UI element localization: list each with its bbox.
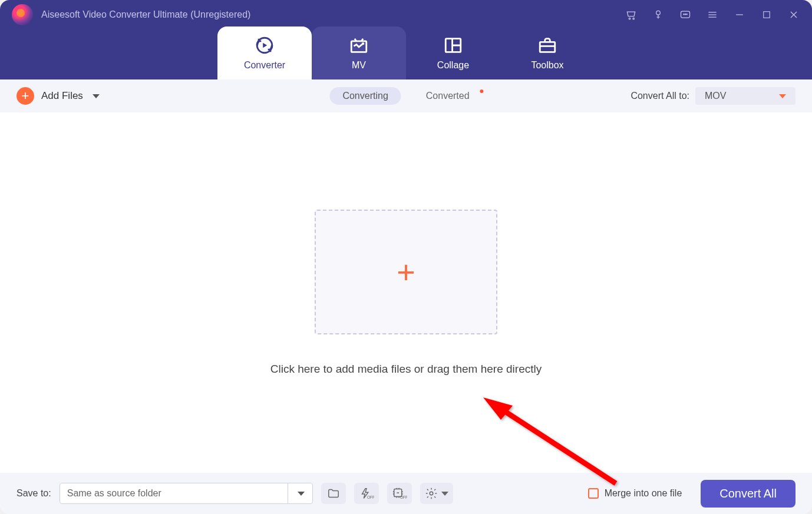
plus-icon: + [16,87,34,105]
svg-point-18 [430,492,433,495]
converted-label: Converted [426,91,470,101]
chevron-down-icon[interactable] [93,94,100,98]
svg-rect-7 [764,12,770,18]
svg-marker-14 [483,397,513,420]
converting-label: Converting [342,91,388,101]
svg-rect-12 [540,42,555,52]
chevron-down-icon[interactable] [288,483,312,503]
svg-point-4 [684,14,684,15]
tab-converter[interactable]: Converter [217,26,312,79]
add-files-label: Add Files [41,90,83,102]
tab-mv-label: MV [352,60,366,71]
notification-dot-icon [480,89,484,93]
merge-checkbox[interactable]: Merge into one file [588,488,682,499]
svg-text:OFF: OFF [367,495,374,499]
chevron-down-icon [779,94,786,98]
add-files-dropzone[interactable]: + [315,210,497,334]
tab-converter-label: Converter [244,60,285,71]
merge-label: Merge into one file [605,488,682,499]
output-format-value: MOV [705,91,726,101]
close-icon[interactable] [787,8,800,21]
converting-tab[interactable]: Converting [329,87,401,105]
maximize-icon[interactable] [760,8,773,21]
svg-text:OFF: OFF [400,495,407,499]
plus-icon: + [397,254,415,290]
tab-toolbox-label: Toolbox [531,60,563,71]
save-path-value: Same as source folder [60,488,288,499]
tab-collage[interactable]: Collage [406,26,500,79]
chevron-down-icon [441,492,448,496]
key-icon[interactable] [652,8,665,21]
app-title: Aiseesoft Video Converter Ultimate (Unre… [41,9,250,20]
svg-point-5 [685,14,685,15]
svg-point-10 [362,42,364,45]
cart-icon[interactable] [625,8,638,21]
menu-icon[interactable] [706,8,719,21]
hardware-accel-button[interactable]: OFF [354,483,379,504]
add-files-button[interactable]: + Add Files [16,87,100,105]
converted-tab[interactable]: Converted [413,87,483,105]
save-path-select[interactable]: Same as source folder [60,483,313,504]
checkbox-icon [588,488,599,499]
tab-collage-label: Collage [437,60,469,71]
save-to-label: Save to: [16,488,51,499]
svg-point-0 [629,18,631,19]
convert-all-button[interactable]: Convert All [701,480,796,508]
minimize-icon[interactable] [733,8,746,21]
open-folder-button[interactable] [321,483,346,504]
tab-mv[interactable]: MV [312,26,406,79]
app-logo-icon [12,4,33,25]
convert-all-label: Convert All [719,487,777,500]
svg-line-13 [500,408,616,483]
svg-point-1 [633,18,635,19]
high-speed-button[interactable]: OFF [387,483,412,504]
tab-toolbox[interactable]: Toolbox [500,26,595,79]
svg-point-2 [656,11,661,15]
convert-all-to-label: Convert All to: [631,91,689,101]
settings-button[interactable] [420,483,453,504]
svg-point-6 [686,14,687,15]
feedback-icon[interactable] [679,8,692,21]
dropzone-hint: Click here to add media files or drag th… [270,363,542,376]
output-format-select[interactable]: MOV [695,87,796,105]
